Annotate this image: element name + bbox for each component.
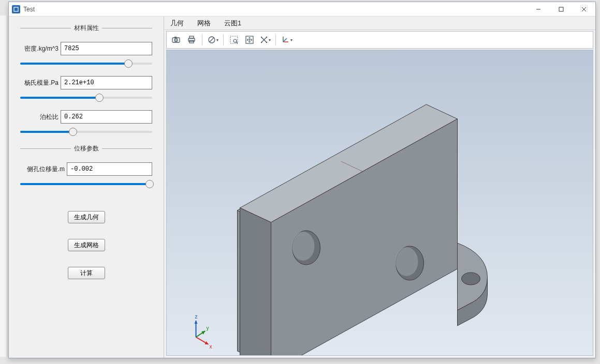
density-label: 密度.kg/m^3 — [20, 44, 61, 53]
fit-view-icon[interactable] — [242, 33, 257, 47]
svg-point-20 — [260, 42, 261, 43]
viewer-toolbar: ▾ ▾ — [166, 31, 593, 49]
app-window: Test 材料属性 密度.kg/m^3 — [8, 2, 596, 358]
tab-geometry[interactable]: 几何 — [168, 17, 186, 30]
print-icon[interactable] — [184, 33, 199, 47]
svg-rect-2 — [559, 7, 563, 11]
sidehole-label: 侧孔位移量.m — [20, 165, 67, 174]
svg-rect-0 — [14, 7, 18, 11]
svg-point-42 — [292, 232, 315, 261]
svg-point-45 — [462, 272, 480, 285]
youngs-slider[interactable] — [20, 94, 152, 110]
svg-line-24 — [283, 38, 287, 42]
svg-marker-35 — [240, 208, 271, 355]
rotate-view-icon[interactable]: ▾ — [258, 33, 272, 47]
maximize-button[interactable] — [550, 2, 573, 17]
svg-text:y: y — [207, 325, 209, 331]
svg-point-44 — [396, 247, 418, 276]
axes-icon[interactable]: ▾ — [279, 33, 294, 47]
tab-mesh[interactable]: 网格 — [195, 17, 213, 30]
svg-text:x: x — [210, 344, 212, 350]
window-title: Test — [23, 6, 35, 13]
svg-point-18 — [260, 37, 261, 38]
displacement-group-label: 位移参数 — [20, 144, 152, 153]
poisson-input[interactable] — [61, 110, 152, 124]
poisson-slider[interactable] — [20, 128, 152, 144]
zoom-window-icon[interactable] — [227, 33, 241, 47]
generate-geometry-button[interactable]: 生成几何 — [68, 211, 105, 223]
side-panel: 材料属性 密度.kg/m^3 杨氏模量.Pa — [9, 17, 164, 358]
titlebar[interactable]: Test — [9, 2, 595, 17]
svg-point-21 — [266, 42, 267, 43]
svg-line-13 — [210, 38, 214, 42]
svg-text:z: z — [195, 314, 198, 320]
svg-point-19 — [266, 37, 267, 38]
youngs-input[interactable] — [61, 76, 152, 89]
density-slider[interactable] — [20, 59, 152, 76]
viewer-tabs: 几何 网格 云图1 — [164, 17, 595, 30]
density-input[interactable] — [61, 42, 152, 55]
svg-marker-47 — [195, 321, 198, 324]
svg-point-7 — [175, 39, 177, 41]
poisson-label: 泊松比 — [20, 113, 61, 122]
svg-rect-10 — [189, 36, 194, 38]
svg-point-15 — [233, 39, 237, 42]
generate-mesh-button[interactable]: 生成网格 — [68, 239, 105, 251]
tab-contour1[interactable]: 云图1 — [222, 17, 243, 30]
viewer-area: 几何 网格 云图1 ▾ — [164, 17, 595, 358]
sidehole-slider[interactable] — [20, 180, 152, 211]
sidehole-input[interactable] — [67, 162, 152, 176]
disable-icon[interactable]: ▾ — [206, 33, 220, 47]
compute-button[interactable]: 计算 — [68, 267, 105, 279]
svg-rect-8 — [174, 37, 177, 38]
minimize-button[interactable] — [527, 2, 550, 17]
app-icon — [12, 5, 20, 13]
close-button[interactable] — [573, 2, 595, 17]
youngs-label: 杨氏模量.Pa — [20, 79, 61, 87]
material-group-label: 材料属性 — [20, 24, 152, 33]
3d-viewport[interactable]: z x y — [166, 50, 593, 356]
camera-icon[interactable] — [169, 33, 183, 47]
